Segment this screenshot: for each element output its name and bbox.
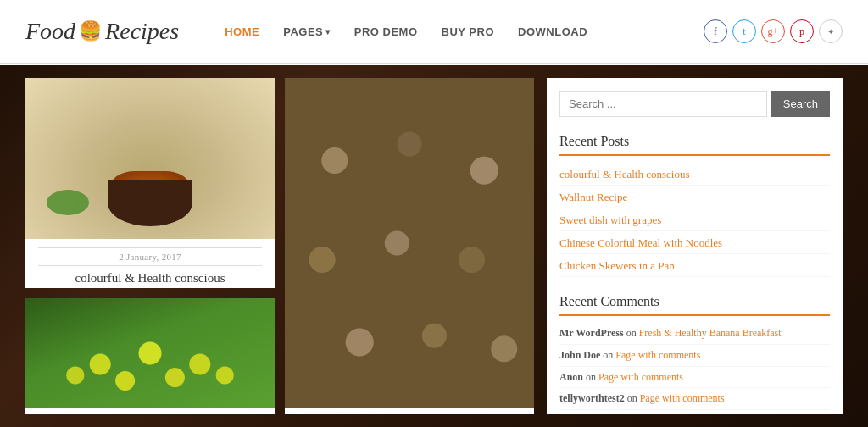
main-nav: HOME PAGES ▾ PRO DEMO BUY PRO DOWNLOAD <box>213 19 704 45</box>
social-icons: f t g+ p ✦ <box>704 19 843 43</box>
recent-posts-list: colourful & Health conscious Wallnut Rec… <box>559 163 830 277</box>
list-item: Wallnut Recipe <box>559 186 830 208</box>
pinterest-icon[interactable]: p <box>790 19 814 43</box>
logo-food-text: Food <box>25 18 75 45</box>
post-date-chicken: 2 January, 2017 <box>38 247 262 266</box>
search-bar: Search <box>559 91 830 117</box>
twitter-icon[interactable]: t <box>732 19 756 43</box>
comment-link-3[interactable]: Page with comments <box>640 392 725 404</box>
other-social-icon[interactable]: ✦ <box>819 19 843 43</box>
nav-pages[interactable]: PAGES ▾ <box>271 19 342 45</box>
list-item: Chinese Colorful Meal with Noodles <box>559 231 830 254</box>
chicken-image <box>25 78 275 239</box>
recent-post-link-0[interactable]: colourful & Health conscious <box>559 168 689 180</box>
walnut-image <box>285 78 534 408</box>
posts-grid: 2 January, 2017 colourful & Health consc… <box>25 78 534 414</box>
list-item: Sweet dish with grapes <box>559 208 830 231</box>
site-logo[interactable]: Food 🍔 Recipes <box>25 18 179 45</box>
comment-link-2[interactable]: Page with comments <box>598 371 683 383</box>
post-title-chicken: colourful & Health conscious <box>38 271 262 286</box>
recent-comments-title: Recent Comments <box>559 294 830 316</box>
google-plus-icon[interactable]: g+ <box>761 19 785 43</box>
logo-icon: 🍔 <box>79 20 102 42</box>
logo-recipes-text: Recipes <box>105 18 179 45</box>
comment-author-3: tellyworthtest2 <box>559 392 625 404</box>
list-item: Mr WordPress on Fresh & Healthy Banana B… <box>559 323 830 345</box>
list-item: Anon on Page with comments <box>559 367 830 389</box>
comment-link-1[interactable]: Page with comments <box>615 349 700 361</box>
list-item: colourful & Health conscious <box>559 163 830 186</box>
recent-post-link-3[interactable]: Chinese Colorful Meal with Noodles <box>559 236 722 249</box>
recent-post-link-4[interactable]: Chicken Skewers in a Pan <box>559 259 675 272</box>
facebook-icon[interactable]: f <box>704 19 727 43</box>
nav-pro-demo[interactable]: PRO DEMO <box>342 19 430 45</box>
list-item: Chicken Skewers in a Pan <box>559 254 830 277</box>
recent-post-link-2[interactable]: Sweet dish with grapes <box>559 214 661 226</box>
post-info-chicken: 2 January, 2017 colourful & Health consc… <box>25 239 275 288</box>
grapes-image <box>25 298 275 408</box>
post-card-grapes[interactable] <box>25 298 275 414</box>
search-input[interactable] <box>559 91 767 117</box>
post-info-walnut: 18 July, 2014 Wallnut Recipe <box>285 408 534 414</box>
list-item: tellyworthtest2 on Page with comments <box>559 388 830 410</box>
header-rule <box>0 64 868 65</box>
post-card-chicken[interactable]: 2 January, 2017 colourful & Health consc… <box>25 78 275 288</box>
post-card-walnut[interactable]: 18 July, 2014 Wallnut Recipe <box>285 78 534 414</box>
nav-home[interactable]: HOME <box>213 19 271 45</box>
comment-link-0[interactable]: Fresh & Healthy Banana Breakfast <box>639 327 782 339</box>
comment-author-2: Anon <box>559 371 583 383</box>
site-header: Food 🍔 Recipes HOME PAGES ▾ PRO DEMO BUY… <box>0 0 868 64</box>
comment-author-0: Mr WordPress <box>559 327 624 339</box>
sidebar: Search Recent Posts colourful & Health c… <box>547 78 843 414</box>
chevron-down-icon: ▾ <box>326 27 331 36</box>
recent-comments-list: Mr WordPress on Fresh & Healthy Banana B… <box>559 323 830 410</box>
nav-buy-pro[interactable]: BUY PRO <box>430 19 507 45</box>
comment-author-1: John Doe <box>559 349 600 361</box>
main-content: 2 January, 2017 colourful & Health consc… <box>0 65 868 427</box>
list-item: John Doe on Page with comments <box>559 345 830 367</box>
recent-post-link-1[interactable]: Wallnut Recipe <box>559 191 627 203</box>
search-button[interactable]: Search <box>771 91 830 117</box>
recent-posts-title: Recent Posts <box>559 134 830 156</box>
nav-download[interactable]: DOWNLOAD <box>506 19 599 45</box>
